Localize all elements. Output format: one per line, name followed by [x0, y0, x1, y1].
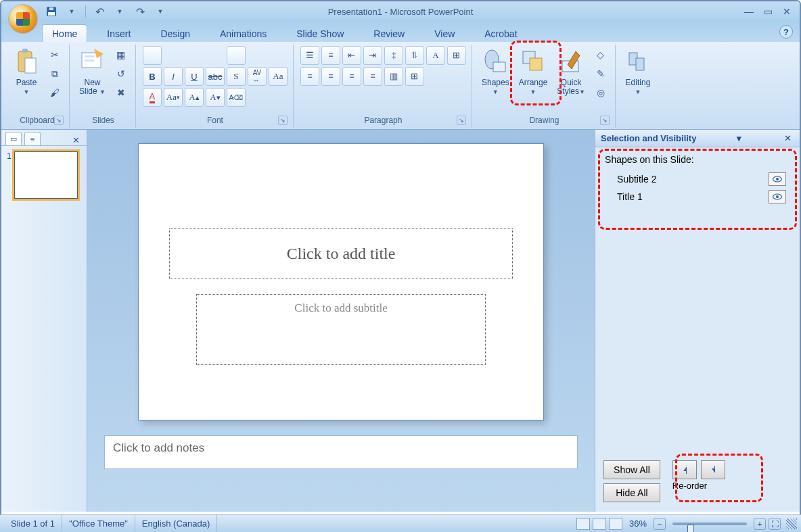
shape-outline-icon[interactable]: ✎: [592, 65, 610, 82]
tab-home[interactable]: Home: [42, 24, 87, 42]
editing-button[interactable]: Editing▼: [622, 46, 654, 97]
align-left-button[interactable]: ≡: [300, 67, 319, 86]
shadow-button[interactable]: S: [227, 67, 246, 86]
numbering-button[interactable]: ≡: [321, 46, 340, 65]
font-launcher[interactable]: ↘: [278, 116, 288, 125]
align-center-button[interactable]: ≡: [321, 67, 340, 86]
qat-dropdown-icon[interactable]: ▼: [62, 3, 81, 20]
paste-button[interactable]: Paste▼: [11, 46, 42, 97]
indent-inc-button[interactable]: ⇥: [363, 46, 382, 65]
close-button[interactable]: ✕: [779, 6, 794, 17]
undo-dropdown-icon[interactable]: ▼: [110, 3, 129, 20]
layout-icon[interactable]: ▦: [112, 46, 130, 64]
justify-button[interactable]: ≡: [363, 67, 382, 86]
resize-grip[interactable]: [786, 518, 797, 529]
tab-animations[interactable]: Animations: [210, 24, 277, 42]
grow-font-button[interactable]: A▴: [185, 88, 204, 107]
font-name-combo[interactable]: [143, 46, 162, 65]
indent-dec-button[interactable]: ⇤: [342, 46, 361, 65]
tab-view[interactable]: View: [424, 24, 465, 42]
tab-review[interactable]: Review: [363, 24, 415, 42]
slide-canvas[interactable]: Click to add title Click to add subtitle: [138, 143, 544, 420]
text-direction-button[interactable]: ⥮: [405, 46, 424, 65]
selection-pane-close[interactable]: ✕: [781, 133, 794, 143]
normal-view-button[interactable]: [576, 518, 590, 530]
paragraph-launcher[interactable]: ↘: [457, 116, 466, 125]
italic-button[interactable]: I: [164, 67, 183, 86]
visibility-toggle-icon[interactable]: [769, 172, 786, 186]
shrink-font-button[interactable]: A▾: [206, 88, 225, 107]
show-all-button[interactable]: Show All: [603, 460, 660, 479]
shape-fill-icon[interactable]: ◇: [592, 46, 610, 64]
redo-icon[interactable]: ↷: [131, 3, 150, 20]
maximize-button[interactable]: ▭: [760, 6, 775, 17]
shapes-button[interactable]: Shapes▼: [479, 46, 512, 97]
language-indicator[interactable]: English (Canada): [135, 515, 217, 532]
minimize-button[interactable]: —: [741, 6, 756, 17]
tab-acrobat[interactable]: Acrobat: [474, 24, 527, 42]
zoom-out-button[interactable]: −: [654, 518, 666, 530]
char-spacing-button[interactable]: AV↔: [248, 67, 267, 86]
sorter-view-button[interactable]: [593, 518, 606, 530]
title-placeholder[interactable]: Click to add title: [169, 228, 513, 279]
slideshow-view-button[interactable]: [609, 518, 622, 530]
hide-all-button[interactable]: Hide All: [603, 483, 660, 502]
save-icon[interactable]: [42, 3, 61, 20]
shape-item-subtitle2[interactable]: Subtitle 2: [605, 170, 790, 188]
help-button[interactable]: ?: [779, 25, 793, 39]
font-color-button[interactable]: A: [143, 88, 162, 107]
selection-pane-menu-icon[interactable]: ▾: [737, 133, 741, 143]
delete-slide-icon[interactable]: ✖: [112, 84, 130, 101]
zoom-percent[interactable]: 36%: [629, 518, 647, 529]
align-smart-button[interactable]: ⊞: [447, 46, 466, 65]
shape-effects-icon[interactable]: ◎: [592, 84, 610, 101]
drawing-launcher[interactable]: ↘: [600, 116, 610, 125]
quick-styles-button[interactable]: Quick Styles▼: [554, 46, 588, 97]
subtitle-placeholder[interactable]: Click to add subtitle: [196, 294, 486, 365]
bold-button[interactable]: B: [143, 67, 162, 86]
arrange-button[interactable]: Arrange▼: [516, 46, 551, 97]
convert-smartart-button[interactable]: ⊞: [405, 67, 424, 86]
clear-format-button[interactable]: A⌫: [227, 88, 246, 107]
tab-slideshow[interactable]: Slide Show: [286, 24, 354, 42]
visibility-toggle-icon[interactable]: [769, 190, 786, 203]
columns-button[interactable]: ▥: [384, 67, 403, 86]
change-case2-button[interactable]: Aa▾: [164, 88, 183, 107]
tab-design[interactable]: Design: [150, 24, 200, 42]
new-slide-button[interactable]: New Slide ▼: [76, 46, 108, 97]
underline-button[interactable]: U: [185, 67, 204, 86]
svg-marker-22: [683, 466, 687, 474]
group-font: B I U abc S AV↔ Aa A Aa▾ A▴ A▾ A⌫ Font↘: [137, 45, 294, 128]
thumb-pane-close[interactable]: ✕: [70, 135, 83, 145]
align-right-button[interactable]: ≡: [342, 67, 361, 86]
paste-icon: [14, 47, 39, 77]
thumb-tab-slides[interactable]: ▭: [5, 132, 22, 145]
move-up-button[interactable]: [672, 460, 697, 479]
cut-icon[interactable]: ✂: [46, 46, 64, 64]
notes-pane[interactable]: Click to add notes: [104, 435, 578, 469]
qat-dropdown2-icon[interactable]: ▼: [151, 3, 170, 20]
font-size-combo[interactable]: [227, 46, 246, 65]
zoom-in-button[interactable]: +: [754, 518, 766, 530]
bullets-button[interactable]: ☰: [300, 46, 319, 65]
line-spacing-button[interactable]: ‡: [384, 46, 403, 65]
format-painter-icon[interactable]: 🖌: [46, 84, 64, 101]
slide-thumbnail-1[interactable]: 1: [7, 151, 81, 199]
shape-item-title1[interactable]: Title 1: [605, 188, 790, 205]
strikethrough-button[interactable]: abc: [206, 67, 225, 86]
quick-styles-icon: [558, 47, 584, 77]
change-case-button[interactable]: Aa: [269, 67, 288, 86]
office-button[interactable]: [8, 4, 38, 34]
svg-rect-5: [25, 58, 36, 73]
tab-insert[interactable]: Insert: [97, 24, 141, 42]
move-down-button[interactable]: [701, 460, 725, 479]
fit-window-button[interactable]: ⛶: [769, 518, 781, 530]
clipboard-launcher[interactable]: ↘: [54, 116, 64, 125]
reset-icon[interactable]: ↺: [112, 65, 130, 82]
undo-icon[interactable]: ↶: [90, 3, 109, 20]
thumbnail-pane: ▭ ≡ ✕ 1: [1, 130, 87, 512]
align-text-button[interactable]: A: [426, 46, 445, 65]
thumb-tab-outline[interactable]: ≡: [24, 132, 41, 145]
zoom-slider[interactable]: [672, 523, 747, 525]
copy-icon[interactable]: ⧉: [46, 65, 64, 82]
